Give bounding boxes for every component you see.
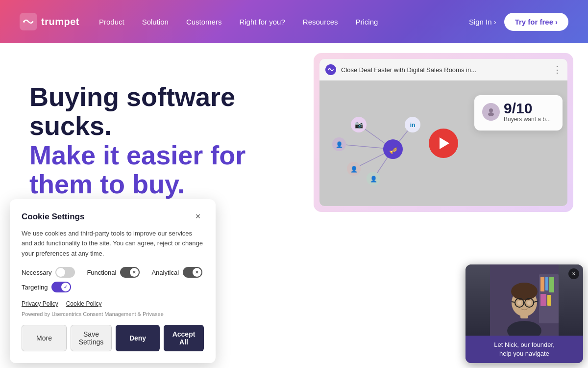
functional-toggle[interactable]: ✕ xyxy=(120,267,140,278)
analytical-toggle-thumb: ✕ xyxy=(193,268,201,277)
cookie-title: Cookie Settings xyxy=(22,212,84,222)
privacy-policy-link[interactable]: Privacy Policy xyxy=(22,300,58,307)
cookie-toggle-functional: Functional ✕ xyxy=(87,267,140,278)
analytical-label: Analytical xyxy=(151,269,179,276)
save-settings-button[interactable]: Save Settings xyxy=(71,325,112,351)
targeting-label: Targeting xyxy=(22,284,48,291)
deny-button[interactable]: Deny xyxy=(116,325,160,351)
cookie-toggle-necessary: Necessary xyxy=(22,267,75,278)
cookie-overlay: Cookie Settings × We use cookies and thi… xyxy=(0,0,588,368)
cookie-toggle-targeting: Targeting ✓ xyxy=(22,282,71,292)
functional-label: Functional xyxy=(87,269,116,276)
necessary-toggle-thumb xyxy=(56,268,65,277)
cookie-header: Cookie Settings × xyxy=(22,211,204,223)
cookie-toggles: Necessary Functional ✕ Analytical xyxy=(22,267,204,278)
cookie-buttons: More Save Settings Deny Accept All xyxy=(22,325,204,351)
targeting-toggle[interactable]: ✓ xyxy=(51,282,71,292)
more-button[interactable]: More xyxy=(22,325,67,351)
cookie-links: Privacy Policy Cookie Policy xyxy=(22,300,204,307)
targeting-toggle-thumb: ✓ xyxy=(61,283,70,291)
necessary-toggle[interactable] xyxy=(55,267,75,278)
powered-by: Powered by Usercentrics Consent Manageme… xyxy=(22,311,204,317)
cookie-toggle-analytical: Analytical ✕ xyxy=(151,267,202,278)
targeting-check-icon: ✓ xyxy=(64,285,68,289)
cookie-description: We use cookies and third-party tools to … xyxy=(22,229,204,259)
cookie-policy-link[interactable]: Cookie Policy xyxy=(66,300,102,307)
functional-x-icon: ✕ xyxy=(132,270,136,275)
analytical-toggle[interactable]: ✕ xyxy=(183,267,202,278)
accept-all-button[interactable]: Accept All xyxy=(164,325,204,351)
functional-toggle-thumb: ✕ xyxy=(130,268,139,277)
cookie-dialog: Cookie Settings × We use cookies and thi… xyxy=(10,199,216,363)
analytical-x-icon: ✕ xyxy=(195,270,199,275)
cookie-toggles-row2: Targeting ✓ xyxy=(22,282,204,292)
cookie-close-button[interactable]: × xyxy=(192,211,204,223)
necessary-label: Necessary xyxy=(22,269,51,276)
